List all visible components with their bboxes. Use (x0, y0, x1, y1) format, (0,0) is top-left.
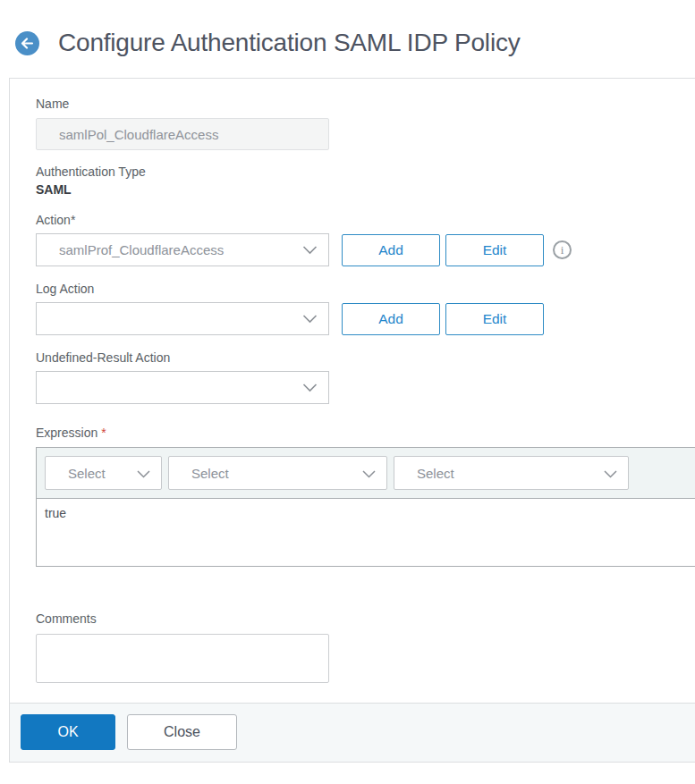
log-action-edit-button[interactable]: Edit (445, 303, 544, 335)
action-label: Action* (36, 213, 695, 227)
arrow-left-icon (21, 38, 34, 49)
chevron-down-icon (604, 466, 617, 481)
expression-label: Expression * (36, 426, 695, 440)
log-action-field-group: Log Action Add Edit (36, 282, 695, 335)
authentication-type-value: SAML (36, 182, 695, 197)
dialog-footer: OK Close (10, 703, 695, 763)
name-field-group: Name (36, 97, 695, 150)
chevron-down-icon (302, 380, 318, 395)
action-select[interactable]: samlProf_CloudflareAccess (36, 233, 329, 266)
info-icon[interactable]: i (553, 240, 572, 259)
log-action-add-button[interactable]: Add (342, 303, 440, 335)
expression-operator-select-1-value: Select (68, 466, 106, 481)
expression-required-asterisk: * (101, 426, 106, 440)
action-field-group: Action* samlProf_CloudflareAccess Add Ed… (36, 213, 695, 266)
back-button[interactable] (15, 31, 39, 55)
chevron-down-icon (137, 466, 150, 481)
undefined-result-action-group: Undefined-Result Action (36, 350, 695, 404)
chevron-down-icon (362, 466, 376, 481)
page-header: Configure Authentication SAML IDP Policy (0, 0, 695, 78)
log-action-label: Log Action (36, 282, 695, 296)
name-label: Name (36, 97, 695, 111)
comments-field-group: Comments (36, 611, 695, 683)
expression-operator-select-2[interactable]: Select (168, 456, 387, 490)
expression-field-group: Expression * Select Select (36, 426, 695, 567)
log-action-select[interactable] (36, 302, 329, 335)
expression-operator-select-2-value: Select (191, 466, 229, 481)
undefined-result-action-label: Undefined-Result Action (36, 350, 695, 365)
page-title: Configure Authentication SAML IDP Policy (58, 29, 521, 57)
close-button[interactable]: Close (127, 714, 237, 750)
action-add-button[interactable]: Add (342, 234, 440, 266)
expression-operator-select-3-value: Select (417, 466, 454, 481)
expression-textarea[interactable]: true (37, 499, 695, 566)
authentication-type-group: Authentication Type SAML (36, 164, 695, 197)
name-input[interactable] (36, 118, 329, 150)
undefined-result-action-select[interactable] (36, 371, 329, 404)
comments-label: Comments (36, 611, 695, 626)
ok-button[interactable]: OK (21, 714, 115, 750)
authentication-type-label: Authentication Type (36, 164, 695, 179)
comments-textarea[interactable] (36, 634, 329, 683)
chevron-down-icon (302, 242, 318, 257)
expression-operator-select-1[interactable]: Select (45, 456, 162, 490)
expression-builder: Select Select Select (36, 447, 695, 567)
expression-toolbar: Select Select Select (37, 448, 695, 499)
action-select-value: samlProf_CloudflareAccess (59, 242, 224, 257)
action-edit-button[interactable]: Edit (445, 234, 544, 266)
expression-operator-select-3[interactable]: Select (394, 456, 629, 490)
expression-label-text: Expression (36, 426, 97, 440)
config-panel: Name Authentication Type SAML Action* sa… (9, 78, 695, 763)
chevron-down-icon (302, 311, 318, 326)
